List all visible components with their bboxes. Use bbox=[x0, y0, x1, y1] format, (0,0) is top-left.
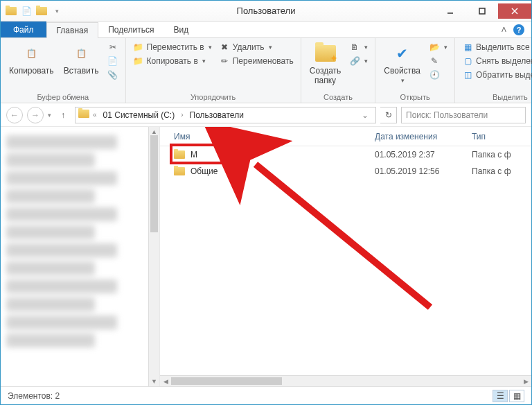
selectnone-button[interactable]: ▢Снять выделение bbox=[461, 55, 532, 67]
copy-button[interactable]: 📋 Копировать bbox=[6, 41, 57, 77]
list-view: Имя▲ Дата изменения Тип M 01.05.2019 2:3… bbox=[160, 127, 531, 386]
scroll-thumb[interactable] bbox=[150, 135, 158, 232]
address-bar[interactable]: « 01 Системный (C:) › Пользователи ⌄ bbox=[75, 107, 376, 123]
navpane-scrollbar[interactable]: ▲ ▼ bbox=[148, 127, 159, 386]
qat-newfolder-icon[interactable] bbox=[35, 5, 48, 17]
properties-button[interactable]: ✔ Свойства ▾ bbox=[381, 41, 423, 85]
delete-icon: ✖ bbox=[219, 42, 230, 53]
hscroll-thumb[interactable] bbox=[171, 377, 282, 385]
view-tab[interactable]: Вид bbox=[163, 21, 198, 37]
edit-button[interactable]: ✎ bbox=[427, 55, 449, 67]
refresh-button[interactable]: ↻ bbox=[380, 107, 397, 123]
navigation-bar: ← → ▾ ↑ « 01 Системный (C:) › Пользовате… bbox=[1, 103, 531, 127]
moveto-button[interactable]: 📁Переместить в▾ bbox=[132, 41, 213, 53]
list-body[interactable]: M 01.05.2019 2:37 Папка с ф Общие 01.05.… bbox=[160, 146, 531, 386]
selectall-button[interactable]: ▦Выделить все bbox=[461, 41, 532, 53]
close-button[interactable] bbox=[498, 3, 531, 19]
ribbon-tabs: Файл Главная Поделиться Вид ᐱ ? bbox=[1, 21, 531, 38]
content-area: ▲ ▼ Имя▲ Дата изменения Тип M 01.05.2019… bbox=[1, 127, 531, 386]
ribbon-collapse-icon[interactable]: ᐱ bbox=[502, 26, 506, 33]
navigation-pane[interactable]: ▲ ▼ bbox=[1, 127, 160, 386]
column-headers: Имя▲ Дата изменения Тип bbox=[160, 127, 531, 146]
newfolder-icon bbox=[314, 42, 337, 64]
paste-icon: 📋 bbox=[70, 42, 92, 64]
easyaccess-icon: 🔗 bbox=[349, 55, 360, 67]
search-input[interactable]: Поиск: Пользователи bbox=[401, 107, 526, 123]
scroll-right-icon[interactable]: ▶ bbox=[520, 376, 531, 386]
selectnone-icon: ▢ bbox=[462, 55, 473, 67]
copyto-icon: 📁 bbox=[133, 55, 144, 67]
pasteshortcut-button[interactable]: 📎 bbox=[106, 69, 120, 81]
status-item-count: Элементов: 2 bbox=[8, 391, 60, 401]
rename-icon: ✏ bbox=[219, 55, 230, 67]
chevron-right-icon[interactable]: › bbox=[179, 111, 185, 119]
help-button[interactable]: ? bbox=[513, 24, 524, 35]
invert-icon: ◫ bbox=[462, 69, 473, 80]
invertselection-button[interactable]: ◫Обратить выделение bbox=[461, 69, 532, 81]
home-tab[interactable]: Главная bbox=[46, 22, 99, 38]
paste-button[interactable]: 📋 Вставить bbox=[61, 41, 102, 77]
recent-dropdown-icon[interactable]: ▾ bbox=[48, 112, 51, 119]
moveto-icon: 📁 bbox=[133, 42, 144, 53]
open-icon: 📂 bbox=[429, 42, 440, 53]
copypath-icon: 📄 bbox=[107, 55, 118, 67]
forward-button[interactable]: → bbox=[27, 107, 44, 123]
delete-button[interactable]: ✖Удалить▾ bbox=[218, 41, 295, 53]
horizontal-scrollbar[interactable]: ◀ ▶ bbox=[160, 375, 531, 386]
chevron-icon[interactable]: « bbox=[91, 111, 99, 119]
folder-icon bbox=[174, 167, 185, 175]
column-type[interactable]: Тип bbox=[472, 132, 531, 141]
open-button[interactable]: 📂▾ bbox=[427, 41, 449, 53]
newitem-icon: 🗎 bbox=[349, 42, 360, 53]
window-title: Пользователи bbox=[237, 6, 296, 16]
cut-icon: ✂ bbox=[107, 42, 118, 53]
ribbon-group-clipboard: 📋 Копировать 📋 Вставить ✂ 📄 📎 Буфер обме… bbox=[1, 38, 126, 103]
scroll-left-icon[interactable]: ◀ bbox=[160, 376, 171, 386]
minimize-button[interactable] bbox=[434, 3, 466, 19]
column-name[interactable]: Имя▲ bbox=[174, 132, 375, 141]
list-item[interactable]: M 01.05.2019 2:37 Папка с ф bbox=[160, 146, 531, 163]
icons-view-button[interactable]: ▦ bbox=[509, 390, 524, 402]
ribbon-group-organize: 📁Переместить в▾ 📁Копировать в▾ ✖Удалить▾… bbox=[126, 38, 301, 103]
column-date[interactable]: Дата изменения bbox=[375, 132, 472, 141]
scroll-down-icon[interactable]: ▼ bbox=[149, 377, 159, 386]
selectall-icon: ▦ bbox=[462, 42, 473, 53]
properties-icon: ✔ bbox=[391, 42, 414, 64]
copyto-button[interactable]: 📁Копировать в▾ bbox=[132, 55, 213, 67]
quick-access-toolbar: 📄 ▾ bbox=[1, 5, 67, 17]
breadcrumb-seg-users[interactable]: Пользователи bbox=[187, 110, 247, 120]
ribbon-group-new: Создать папку 🗎▾ 🔗▾ Создать bbox=[301, 38, 376, 103]
explorer-window: 📄 ▾ Пользователи Файл Главная Поделиться… bbox=[0, 0, 532, 405]
cut-button[interactable]: ✂ bbox=[106, 41, 120, 53]
details-view-button[interactable]: ☰ bbox=[493, 390, 508, 402]
history-button[interactable]: 🕘 bbox=[427, 69, 449, 81]
title-bar: 📄 ▾ Пользователи bbox=[1, 1, 531, 21]
address-dropdown-icon[interactable]: ⌄ bbox=[357, 110, 373, 120]
ribbon-group-select: ▦Выделить все ▢Снять выделение ◫Обратить… bbox=[455, 38, 532, 103]
rename-button[interactable]: ✏Переименовать bbox=[218, 55, 295, 67]
list-item[interactable]: Общие 01.05.2019 12:56 Папка с ф bbox=[160, 163, 531, 180]
app-icon bbox=[5, 5, 17, 17]
newfolder-button[interactable]: Создать папку bbox=[307, 41, 344, 87]
drive-icon bbox=[78, 110, 89, 121]
ribbon: 📋 Копировать 📋 Вставить ✂ 📄 📎 Буфер обме… bbox=[1, 38, 531, 103]
back-button[interactable]: ← bbox=[6, 107, 23, 123]
share-tab[interactable]: Поделиться bbox=[98, 21, 163, 37]
file-tab[interactable]: Файл bbox=[1, 21, 46, 37]
edit-icon: ✎ bbox=[429, 55, 440, 67]
easyaccess-button[interactable]: 🔗▾ bbox=[348, 55, 369, 67]
folder-icon bbox=[174, 150, 185, 159]
copypath-button[interactable]: 📄 bbox=[106, 55, 120, 67]
svg-rect-1 bbox=[479, 8, 485, 14]
newitem-button[interactable]: 🗎▾ bbox=[348, 41, 369, 53]
copy-icon: 📋 bbox=[20, 42, 42, 64]
history-icon: 🕘 bbox=[429, 69, 440, 80]
maximize-button[interactable] bbox=[466, 3, 498, 19]
navpane-blurred-items bbox=[1, 127, 159, 360]
qat-properties-icon[interactable]: 📄 bbox=[20, 5, 33, 17]
pasteshortcut-icon: 📎 bbox=[107, 69, 118, 80]
up-button[interactable]: ↑ bbox=[55, 107, 71, 123]
breadcrumb-seg-drive[interactable]: 01 Системный (C:) bbox=[100, 110, 178, 120]
sort-asc-icon: ▲ bbox=[236, 133, 242, 140]
qat-dropdown-icon[interactable]: ▾ bbox=[51, 5, 63, 17]
